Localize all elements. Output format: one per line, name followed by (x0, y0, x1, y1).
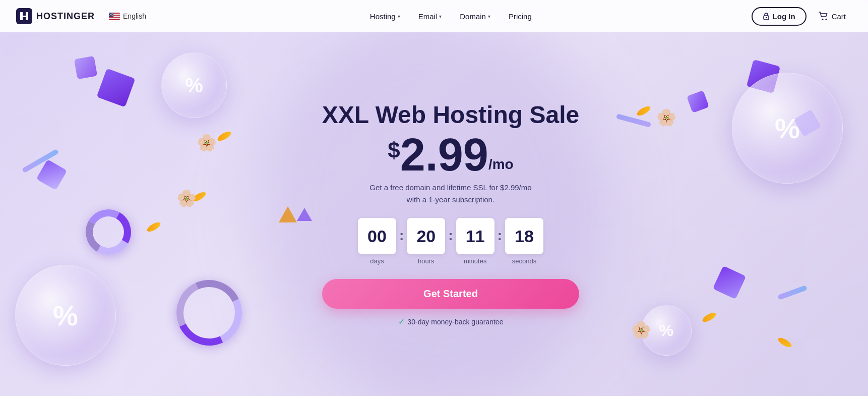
login-button[interactable]: Log In (752, 7, 807, 26)
countdown-days: 00 days (358, 218, 396, 265)
nav-item-email[interactable]: Email ▾ (411, 8, 449, 25)
deco-petal (701, 311, 717, 323)
get-started-button[interactable]: Get Started (322, 279, 579, 309)
language-selector[interactable]: English (105, 10, 150, 22)
svg-point-6 (109, 13, 110, 14)
deco-stick (777, 285, 808, 300)
deco-cube (74, 56, 97, 79)
minutes-label: minutes (464, 257, 487, 265)
nav-item-pricing[interactable]: Pricing (502, 8, 539, 25)
cart-icon (819, 12, 829, 21)
hero-price: $ 2.99 /mo (322, 132, 579, 178)
deco-stick (616, 114, 651, 128)
deco-flower (656, 108, 681, 133)
price-main-value: 2.99 (400, 132, 488, 178)
hours-label: hours (418, 257, 435, 265)
countdown-separator: : (498, 228, 502, 244)
countdown-separator: : (399, 228, 404, 244)
countdown-seconds: 18 seconds (505, 218, 543, 265)
deco-cube (687, 90, 709, 113)
logo-link[interactable]: HOSTINGER (16, 8, 95, 24)
price-dollar-sign: $ (388, 139, 400, 161)
logo-text: HOSTINGER (36, 11, 95, 22)
navbar-left: HOSTINGER English (16, 8, 150, 24)
deco-ring (167, 271, 252, 355)
minutes-value: 11 (456, 218, 494, 254)
cart-button[interactable]: Cart (813, 8, 852, 25)
hero-content: XXL Web Hosting Sale $ 2.99 /mo Get a fr… (312, 102, 589, 327)
svg-point-10 (111, 14, 112, 15)
lock-icon (763, 12, 770, 20)
svg-point-13 (112, 15, 112, 16)
svg-point-12 (111, 15, 111, 16)
logo-icon (16, 8, 32, 24)
deco-petal (777, 336, 793, 349)
seconds-value: 18 (505, 218, 543, 254)
login-label: Log In (773, 12, 795, 21)
price-suffix: /mo (488, 157, 514, 172)
deco-percent-ball: % (732, 73, 843, 184)
guarantee-label: 30-day money-back guarantee (408, 318, 504, 326)
chevron-down-icon: ▾ (398, 14, 400, 19)
countdown-separator: : (448, 228, 453, 244)
deco-flower (176, 189, 202, 214)
countdown-minutes: 11 minutes (456, 218, 494, 265)
days-label: days (370, 257, 384, 265)
deco-petal (146, 220, 162, 233)
language-label: English (123, 12, 146, 20)
hero-subtitle: Get a free domain and lifetime SSL for $… (322, 182, 579, 206)
svg-point-7 (111, 13, 111, 14)
deco-flower (197, 133, 222, 158)
deco-percent-ball: % (161, 52, 227, 118)
svg-rect-4 (109, 18, 120, 19)
svg-point-15 (765, 17, 766, 18)
navbar-right: Log In Cart (752, 7, 852, 26)
deco-petal (636, 104, 652, 117)
main-nav: Hosting ▾ Email ▾ Domain ▾ Pricing (363, 8, 539, 25)
chevron-down-icon: ▾ (439, 14, 442, 19)
svg-point-8 (112, 13, 112, 14)
nav-item-domain[interactable]: Domain ▾ (453, 8, 498, 25)
guarantee-text: ✓ 30-day money-back guarantee (322, 317, 579, 326)
svg-point-11 (109, 15, 110, 16)
nav-item-hosting[interactable]: Hosting ▾ (363, 8, 407, 25)
deco-flower (631, 320, 656, 346)
flag-icon (109, 13, 120, 20)
deco-cube (36, 159, 67, 190)
days-value: 00 (358, 218, 396, 254)
navbar: HOSTINGER English Hosting (0, 0, 868, 32)
seconds-label: seconds (512, 257, 536, 265)
hero-section: % % % % XXL Web Hosting Sale $ 2.99 /mo … (0, 32, 868, 396)
svg-point-17 (825, 19, 827, 20)
deco-cube (713, 266, 746, 299)
svg-point-16 (822, 19, 823, 20)
hours-value: 20 (407, 218, 445, 254)
svg-rect-5 (109, 13, 113, 17)
chevron-down-icon: ▾ (488, 14, 490, 19)
checkmark-icon: ✓ (398, 317, 405, 326)
deco-cube (97, 69, 136, 107)
deco-percent-ball: % (15, 265, 116, 366)
deco-ring (81, 204, 136, 260)
countdown-hours: 20 hours (407, 218, 445, 265)
svg-point-9 (110, 14, 111, 15)
cart-label: Cart (832, 12, 846, 21)
countdown-timer: 00 days : 20 hours : 11 minutes : 18 sec… (322, 218, 579, 265)
hero-title: XXL Web Hosting Sale (322, 102, 579, 129)
